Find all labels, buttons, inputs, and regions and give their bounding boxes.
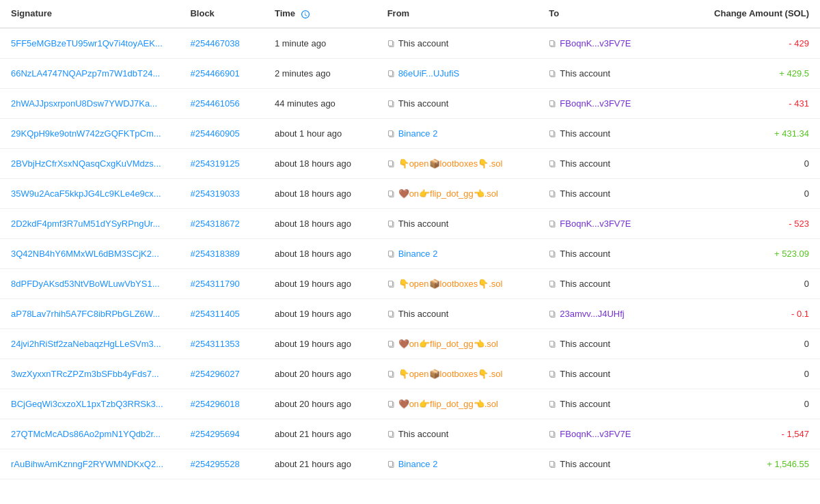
- signature-link[interactable]: 2BVbjHzCfrXsxNQasqCxgKuVMdzs...: [11, 158, 161, 169]
- signature-link[interactable]: 5FF5eMGBzeTU95wr1Qv7i4toyAEK...: [11, 38, 163, 48]
- cell-to: This account: [538, 328, 700, 359]
- signature-link[interactable]: 27QTMcMcADs86Ao2pmN1YQdb2r...: [11, 429, 161, 439]
- to-link[interactable]: FBoqnK...v3FV7E: [560, 219, 631, 229]
- cell-time: 44 minutes ago: [264, 88, 377, 118]
- from-link[interactable]: Binance 2: [398, 128, 438, 139]
- block-link[interactable]: #254467038: [190, 38, 239, 48]
- signature-link[interactable]: 29KQpH9ke9otnW742zGQFKTpCm...: [11, 128, 161, 139]
- from-account: This account: [398, 219, 449, 229]
- svg-rect-33: [388, 281, 392, 287]
- block-link[interactable]: #254311353: [190, 339, 239, 349]
- from-link[interactable]: 🤎on👉flip_dot_gg👈.sol: [398, 188, 498, 199]
- signature-link[interactable]: 3wzXyxxnTRcZPZm3bSFbb4yFds7...: [11, 369, 159, 379]
- cell-time: 2 minutes ago: [264, 58, 377, 88]
- cell-to: This account: [538, 268, 700, 298]
- copy-icon: [387, 160, 396, 168]
- signature-link[interactable]: 66NzLA4747NQAPzp7m7W1dbT24...: [11, 68, 160, 79]
- from-link[interactable]: 👇open📦lootboxes👇.sol: [398, 279, 503, 289]
- signature-link[interactable]: 3Q42NB4hY6MMxWL6dBM3SCjK2...: [11, 249, 159, 259]
- header-block: Block: [179, 0, 264, 28]
- block-link[interactable]: #254311790: [190, 279, 239, 289]
- from-link[interactable]: 👇open📦lootboxes👇.sol: [398, 158, 503, 169]
- from-account: This account: [398, 309, 449, 319]
- block-link[interactable]: #254318389: [190, 249, 239, 259]
- block-link[interactable]: #254460905: [190, 128, 239, 139]
- cell-time: 1 minute ago: [264, 28, 377, 59]
- copy-icon: [549, 370, 557, 378]
- table-row: 66NzLA4747NQAPzp7m7W1dbT24...#2544669012…: [0, 58, 820, 88]
- cell-block: #254295694: [179, 419, 264, 449]
- cell-block: #254461056: [179, 88, 264, 118]
- table-row: aP78Lav7rhih5A7FC8ibRPbGLZ6W...#25431140…: [0, 298, 820, 328]
- header-to: To: [538, 0, 700, 28]
- block-link[interactable]: #254319033: [190, 188, 239, 199]
- header-time: Time: [264, 0, 377, 28]
- copy-icon: [549, 220, 557, 228]
- from-link[interactable]: 86eUiF...UJufiS: [398, 68, 460, 79]
- table-row: 27QTMcMcADs86Ao2pmN1YQdb2r...#254295694a…: [0, 419, 820, 449]
- signature-link[interactable]: BCjGeqWi3cxzoXL1pxTzbQ3RRSk3...: [11, 399, 163, 409]
- copy-icon: [387, 130, 396, 138]
- from-link[interactable]: Binance 2: [398, 459, 438, 469]
- signature-link[interactable]: aP78Lav7rhih5A7FC8ibRPbGLZ6W...: [11, 309, 160, 319]
- cell-change-amount: - 0.1: [700, 298, 820, 328]
- svg-rect-35: [550, 281, 554, 287]
- table-row: rAuBihwAmKznngF2RYWMNDKxQ2...#254295528a…: [0, 449, 820, 479]
- cell-signature: 35W9u2AcaF5kkpJG4Lc9KLe4e9cx...: [0, 178, 179, 208]
- to-account: This account: [560, 188, 610, 199]
- cell-from: This account: [377, 88, 538, 118]
- cell-signature: aP78Lav7rhih5A7FC8ibRPbGLZ6W...: [0, 298, 179, 328]
- block-link[interactable]: #254466901: [190, 68, 239, 79]
- to-account: This account: [560, 158, 610, 169]
- cell-from: Binance 2: [377, 449, 538, 479]
- cell-to: FBoqnK...v3FV7E: [538, 88, 700, 118]
- svg-rect-47: [550, 372, 554, 377]
- block-link[interactable]: #254295694: [190, 429, 239, 439]
- cell-signature: 2D2kdF4pmf3R7uM51dYSyRPngUr...: [0, 208, 179, 238]
- block-link[interactable]: #254319125: [190, 158, 239, 169]
- block-link[interactable]: #254461056: [190, 98, 239, 109]
- to-link[interactable]: 23amvv...J4UHfj: [560, 309, 624, 319]
- to-account: This account: [560, 68, 610, 79]
- cell-block: #254295528: [179, 449, 264, 479]
- table-row: 2BVbjHzCfrXsxNQasqCxgKuVMdzs...#25431912…: [0, 148, 820, 178]
- cell-change-amount: 0: [700, 328, 820, 359]
- cell-block: #254319125: [179, 148, 264, 178]
- cell-signature: 29KQpH9ke9otnW742zGQFKTpCm...: [0, 118, 179, 148]
- from-account: This account: [398, 38, 449, 48]
- table-row: 3wzXyxxnTRcZPZm3bSFbb4yFds7...#254296027…: [0, 359, 820, 389]
- to-link[interactable]: FBoqnK...v3FV7E: [560, 429, 631, 439]
- cell-block: #254460905: [179, 118, 264, 148]
- block-link[interactable]: #254296018: [190, 399, 239, 409]
- cell-change-amount: - 431: [700, 88, 820, 118]
- block-link[interactable]: #254311405: [190, 309, 239, 319]
- cell-to: FBoqnK...v3FV7E: [538, 208, 700, 238]
- signature-link[interactable]: 2hWAJJpsxrponU8Dsw7YWDJ7Ka...: [11, 98, 157, 109]
- svg-rect-37: [388, 311, 392, 317]
- cell-block: #254319033: [179, 178, 264, 208]
- block-link[interactable]: #254295528: [190, 459, 239, 469]
- copy-icon: [549, 340, 557, 348]
- copy-icon: [549, 40, 557, 48]
- from-link[interactable]: 👇open📦lootboxes👇.sol: [398, 369, 503, 379]
- cell-block: #254311790: [179, 268, 264, 298]
- to-link[interactable]: FBoqnK...v3FV7E: [560, 38, 631, 48]
- from-link[interactable]: Binance 2: [398, 249, 438, 259]
- cell-to: This account: [538, 389, 700, 419]
- to-link[interactable]: FBoqnK...v3FV7E: [560, 98, 631, 109]
- cell-block: #254296027: [179, 359, 264, 389]
- signature-link[interactable]: 2D2kdF4pmf3R7uM51dYSyRPngUr...: [11, 219, 160, 229]
- from-link[interactable]: 🤎on👉flip_dot_gg👈.sol: [398, 339, 498, 349]
- copy-icon: [387, 40, 396, 48]
- signature-link[interactable]: 8dPFDyAKsd53NtVBoWLuwVbYS1...: [11, 279, 160, 289]
- signature-link[interactable]: rAuBihwAmKznngF2RYWMNDKxQ2...: [11, 459, 163, 469]
- signature-link[interactable]: 24jvi2hRiStf2zaNebaqzHgLLeSVm3...: [11, 339, 161, 349]
- table-row: 24jvi2hRiStf2zaNebaqzHgLLeSVm3...#254311…: [0, 328, 820, 359]
- cell-from: 🤎on👉flip_dot_gg👈.sol: [377, 389, 538, 419]
- signature-link[interactable]: 35W9u2AcaF5kkpJG4Lc9KLe4e9cx...: [11, 188, 161, 199]
- cell-change-amount: - 1,547: [700, 419, 820, 449]
- block-link[interactable]: #254318672: [190, 219, 239, 229]
- from-link[interactable]: 🤎on👉flip_dot_gg👈.sol: [398, 399, 498, 409]
- block-link[interactable]: #254296027: [190, 369, 239, 379]
- cell-time: about 20 hours ago: [264, 359, 377, 389]
